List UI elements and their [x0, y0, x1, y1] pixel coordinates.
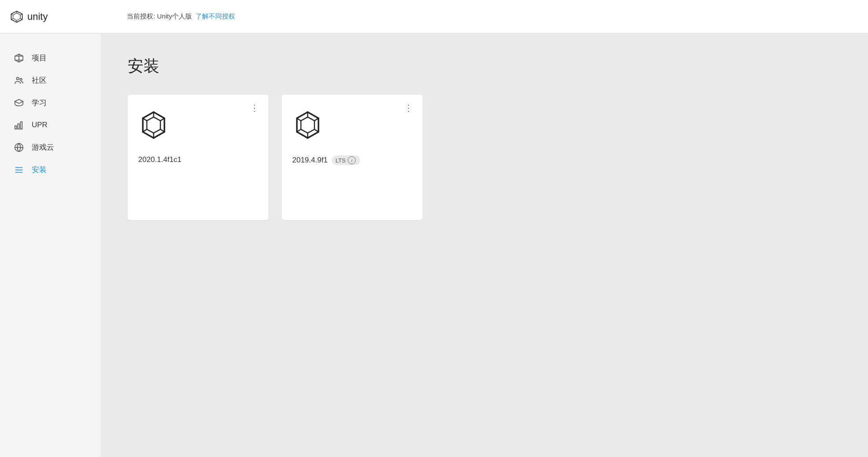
- page-title: 安装: [128, 55, 842, 77]
- license-info: 当前授权: Unity个人版 了解不同授权: [127, 12, 235, 21]
- sidebar-item-gamecloud[interactable]: 游戏云: [0, 136, 101, 158]
- card-menu-button-1[interactable]: ⋮: [247, 102, 261, 114]
- version-text-2: 2019.4.9f1: [292, 156, 327, 165]
- cube-icon: [14, 53, 24, 63]
- cloud-icon: [14, 143, 24, 152]
- sidebar-item-installs[interactable]: 安装: [0, 158, 101, 181]
- svg-marker-23: [147, 117, 161, 133]
- lts-info-icon[interactable]: i: [348, 156, 356, 164]
- svg-marker-1: [13, 13, 21, 20]
- upr-icon: [14, 120, 24, 130]
- svg-rect-14: [15, 126, 17, 129]
- sidebar-label-learn: 学习: [32, 98, 47, 108]
- sidebar-label-upr: UPR: [32, 121, 48, 129]
- svg-point-12: [17, 77, 19, 80]
- sidebar-label-installs: 安装: [32, 165, 47, 175]
- card-unity-logo-2: [292, 110, 412, 142]
- sidebar-label-projects: 项目: [32, 53, 47, 63]
- version-text-1: 2020.1.4f1c1: [138, 155, 181, 164]
- sidebar-item-community[interactable]: 社区: [0, 69, 101, 92]
- sidebar-label-community: 社区: [32, 75, 47, 85]
- sidebar-item-learn[interactable]: 学习: [0, 92, 101, 114]
- unity-diamond-icon-2: [292, 110, 323, 140]
- install-card-2: ⋮ 2019.4.9f1 L: [282, 95, 423, 220]
- learn-license-link[interactable]: 了解不同授权: [195, 12, 235, 21]
- installs-icon: [14, 165, 24, 175]
- community-icon: [14, 76, 24, 85]
- card-menu-button-2[interactable]: ⋮: [401, 102, 416, 114]
- lts-label: LTS: [335, 157, 346, 164]
- sidebar-label-gamecloud: 游戏云: [32, 142, 54, 152]
- logo-area: unity: [11, 11, 48, 23]
- svg-rect-16: [21, 122, 22, 129]
- app-layout: 项目 社区 学习: [0, 0, 868, 457]
- card-version-1: 2020.1.4f1c1: [138, 155, 258, 164]
- card-version-2: 2019.4.9f1 LTS i: [292, 155, 412, 165]
- svg-marker-31: [301, 117, 315, 133]
- svg-rect-15: [18, 124, 19, 129]
- sidebar: 项目 社区 学习: [0, 33, 101, 457]
- sidebar-item-upr[interactable]: UPR: [0, 114, 101, 136]
- sidebar-item-projects[interactable]: 项目: [0, 47, 101, 69]
- unity-logo-icon: [11, 11, 23, 23]
- app-header: unity 当前授权: Unity个人版 了解不同授权: [0, 0, 868, 33]
- svg-point-13: [20, 78, 22, 80]
- learn-icon: [14, 98, 24, 108]
- logo-text: unity: [27, 11, 48, 22]
- install-card-1: ⋮ 2020.1.4f1c1: [128, 95, 268, 220]
- installs-grid: ⋮ 2020.1.4f1c1: [128, 95, 842, 220]
- unity-diamond-icon-1: [138, 110, 169, 140]
- main-content: 安装 ⋮: [101, 33, 868, 457]
- license-label: 当前授权: Unity个人版: [127, 12, 192, 21]
- lts-badge: LTS i: [332, 155, 360, 165]
- card-unity-logo-1: [138, 110, 258, 142]
